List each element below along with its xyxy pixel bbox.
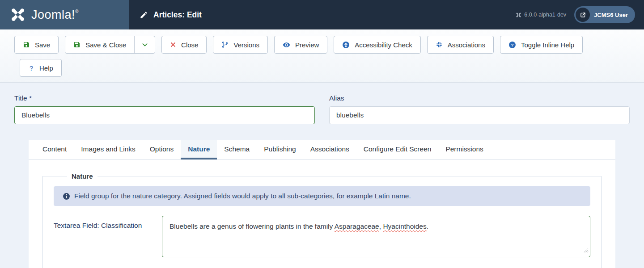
brand-wordmark: Joomla!® [31,8,79,22]
svg-text:?: ? [30,64,33,71]
save-icon [73,41,80,48]
tab-permissions[interactable]: Permissions [438,140,490,159]
question-circle-icon: ? [508,41,516,49]
close-button[interactable]: Close [161,36,207,54]
tab-options[interactable]: Options [143,140,181,159]
save-close-split-button: Save & Close [65,36,155,54]
nature-legend: Nature [67,172,97,180]
nature-fieldset: Nature Field group for the nature catego… [42,172,602,268]
info-alert: Field group for the nature category. Ass… [54,186,590,206]
edit-tabs-panel: ContentImages and LinksOptionsNatureSche… [29,140,615,268]
compress-icon [436,41,443,48]
question-icon: ? [28,64,34,72]
title-input[interactable] [14,106,315,124]
tab-associations[interactable]: Associations [303,140,356,159]
alias-input[interactable] [329,106,630,124]
info-icon [63,193,70,200]
save-close-button[interactable]: Save & Close [65,36,134,53]
help-button[interactable]: ? Help [20,59,62,77]
misspelled-word: Asparagaceae [335,222,379,230]
classification-textarea[interactable]: Bluebells are a genus of flowering plant… [162,216,590,257]
save-icon [23,41,30,48]
joomla-logo-icon [10,7,26,23]
user-menu-button[interactable]: JCMS6 User [574,6,635,23]
versions-button[interactable]: Versions [213,36,268,54]
tab-schema[interactable]: Schema [217,140,257,159]
svg-text:?: ? [511,42,513,47]
pencil-icon [140,11,148,19]
universal-access-icon [342,41,350,49]
version-info: 6.0.0-alpha1-dev [516,12,566,18]
chevron-down-icon [141,41,148,48]
tab-publishing[interactable]: Publishing [257,140,303,159]
code-branch-icon [221,41,229,48]
classification-label: Textarea Field: Classification [54,216,162,257]
joomla-mini-icon [516,12,521,18]
alias-label: Alias [329,94,630,102]
toolbar: Save Save & Close Close [0,29,644,83]
accessibility-check-button[interactable]: Accessibility Check [334,36,420,54]
external-link-icon [576,8,590,22]
tab-content[interactable]: Content [35,140,74,159]
tab-bar: ContentImages and LinksOptionsNatureSche… [29,140,615,160]
page-heading: Articles: Edit [129,0,202,29]
info-alert-text: Field group for the nature category. Ass… [74,192,411,200]
misspelled-word: Hyacinthoides [383,222,426,230]
version-label: 6.0.0-alpha1-dev [524,12,566,18]
edit-form: Title * Alias ContentImages and LinksOpt… [0,83,644,268]
preview-button[interactable]: Preview [274,36,327,54]
admin-header: Joomla!® Articles: Edit 6.0 [0,0,644,29]
associations-button[interactable]: Associations [427,36,494,54]
user-menu-label: JCMS6 User [594,12,628,18]
close-icon [170,42,176,48]
resize-grip-icon[interactable] [584,246,589,255]
tab-configure-edit-screen[interactable]: Configure Edit Screen [356,140,439,159]
save-button[interactable]: Save [14,36,59,54]
page-title: Articles: Edit [153,10,202,20]
joomla-brand[interactable]: Joomla!® [0,0,129,29]
tab-images-and-links[interactable]: Images and Links [74,140,143,159]
tab-nature[interactable]: Nature [181,140,217,159]
title-label: Title * [14,94,315,102]
eye-icon [283,41,290,49]
save-options-dropdown-button[interactable] [134,36,155,53]
toggle-inline-help-button[interactable]: ? Toggle Inline Help [500,36,583,54]
